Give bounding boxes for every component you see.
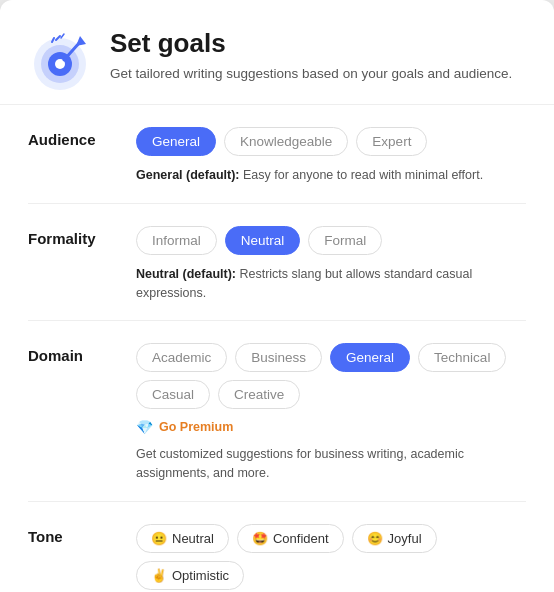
- formality-formal-button[interactable]: Formal: [308, 226, 382, 255]
- audience-knowledgeable-button[interactable]: Knowledgeable: [224, 127, 348, 156]
- formality-btn-group: Informal Neutral Formal: [136, 226, 526, 255]
- domain-label: Domain: [28, 343, 118, 483]
- tone-neutral-label: Neutral: [172, 531, 214, 546]
- svg-marker-5: [76, 36, 86, 46]
- domain-btn-group: Academic Business General Technical Casu…: [136, 343, 526, 409]
- tone-joyful-emoji: 😊: [367, 531, 383, 546]
- tone-joyful-button[interactable]: 😊 Joyful: [352, 524, 437, 553]
- domain-academic-button[interactable]: Academic: [136, 343, 227, 372]
- premium-row[interactable]: 💎 Go Premium: [136, 419, 526, 435]
- domain-section: Domain Academic Business General Technic…: [28, 321, 526, 502]
- formality-neutral-button[interactable]: Neutral: [225, 226, 301, 255]
- formality-content: Informal Neutral Formal Neutral (default…: [136, 226, 526, 303]
- domain-general-button[interactable]: General: [330, 343, 410, 372]
- tone-optimistic-button[interactable]: ✌️ Optimistic: [136, 561, 244, 590]
- tone-content: 😐 Neutral 🤩 Confident 😊 Joyful ✌️ Optimi…: [136, 524, 526, 592]
- svg-line-8: [61, 34, 64, 38]
- audience-expert-button[interactable]: Expert: [356, 127, 427, 156]
- tone-neutral-emoji: 😐: [151, 531, 167, 546]
- tone-neutral-button[interactable]: 😐 Neutral: [136, 524, 229, 553]
- tone-label: Tone: [28, 524, 118, 592]
- formality-description: Neutral (default): Restricts slang but a…: [136, 265, 526, 303]
- set-goals-modal: Set goals Get tailored writing suggestio…: [0, 0, 554, 592]
- domain-technical-button[interactable]: Technical: [418, 343, 506, 372]
- audience-section: Audience General Knowledgeable Expert Ge…: [28, 105, 526, 204]
- formality-section: Formality Informal Neutral Formal Neutra…: [28, 204, 526, 322]
- tone-row-1: 😐 Neutral 🤩 Confident 😊 Joyful ✌️ Optimi…: [136, 524, 526, 590]
- tone-optimistic-emoji: ✌️: [151, 568, 167, 583]
- formality-informal-button[interactable]: Informal: [136, 226, 217, 255]
- header-text: Set goals Get tailored writing suggestio…: [110, 28, 512, 84]
- domain-description: Get customized suggestions for business …: [136, 445, 526, 483]
- page-subtitle: Get tailored writing suggestions based o…: [110, 65, 512, 84]
- audience-btn-group: General Knowledgeable Expert: [136, 127, 526, 156]
- tone-confident-emoji: 🤩: [252, 531, 268, 546]
- page-title: Set goals: [110, 28, 512, 59]
- tone-confident-label: Confident: [273, 531, 329, 546]
- domain-casual-button[interactable]: Casual: [136, 380, 210, 409]
- formality-label: Formality: [28, 226, 118, 303]
- audience-label: Audience: [28, 127, 118, 185]
- modal-body: Audience General Knowledgeable Expert Ge…: [0, 105, 554, 592]
- tone-joyful-label: Joyful: [388, 531, 422, 546]
- premium-label: Go Premium: [159, 420, 233, 434]
- audience-content: General Knowledgeable Expert General (de…: [136, 127, 526, 185]
- domain-business-button[interactable]: Business: [235, 343, 322, 372]
- premium-icon: 💎: [136, 419, 153, 435]
- audience-general-button[interactable]: General: [136, 127, 216, 156]
- domain-content: Academic Business General Technical Casu…: [136, 343, 526, 483]
- modal-header: Set goals Get tailored writing suggestio…: [0, 0, 554, 105]
- tone-confident-button[interactable]: 🤩 Confident: [237, 524, 344, 553]
- tone-optimistic-label: Optimistic: [172, 568, 229, 583]
- domain-creative-button[interactable]: Creative: [218, 380, 300, 409]
- target-icon: [28, 28, 92, 92]
- tone-section: Tone 😐 Neutral 🤩 Confident 😊 Joyful: [28, 502, 526, 592]
- audience-description: General (default): Easy for anyone to re…: [136, 166, 526, 185]
